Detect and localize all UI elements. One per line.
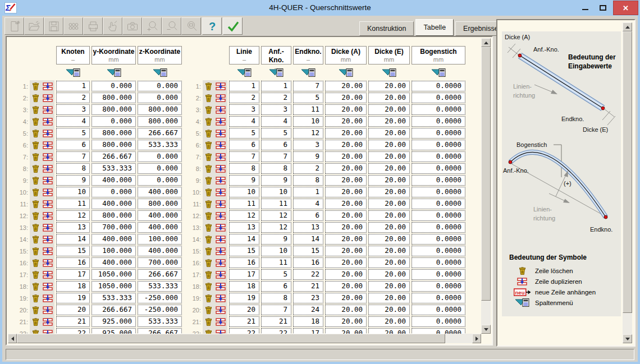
delete-row-button[interactable] bbox=[31, 129, 40, 138]
table-cell[interactable]: 7 bbox=[261, 305, 291, 315]
open-file-button[interactable] bbox=[24, 17, 44, 35]
table-cell[interactable]: 20.00 bbox=[325, 246, 367, 256]
print-button[interactable] bbox=[83, 17, 103, 35]
table-cell[interactable]: 0.000 bbox=[138, 175, 182, 186]
duplicate-row-button[interactable] bbox=[216, 318, 226, 326]
delete-row-button[interactable] bbox=[204, 129, 213, 138]
table-cell[interactable]: 9 bbox=[261, 175, 291, 186]
table-cell[interactable]: 12 bbox=[229, 210, 259, 221]
table-cell[interactable]: 14 bbox=[293, 234, 323, 245]
duplicate-row-button[interactable] bbox=[216, 141, 226, 149]
delete-row-button[interactable] bbox=[31, 200, 40, 209]
table-cell[interactable]: 2 bbox=[56, 93, 90, 103]
duplicate-row-button[interactable] bbox=[216, 294, 226, 302]
delete-row-button[interactable] bbox=[31, 235, 40, 244]
table-cell[interactable]: 11 bbox=[293, 104, 323, 115]
sidebar-scrollbar[interactable] bbox=[623, 22, 632, 343]
table-cell[interactable]: 266.667 bbox=[138, 269, 182, 280]
duplicate-row-button[interactable] bbox=[216, 165, 226, 173]
delete-row-button[interactable] bbox=[204, 259, 213, 268]
table-cell[interactable]: 0.0000 bbox=[412, 104, 465, 115]
hand-pen-button[interactable] bbox=[103, 17, 122, 35]
table-cell[interactable]: 20.00 bbox=[368, 316, 410, 327]
duplicate-row-button[interactable] bbox=[216, 94, 226, 102]
table-cell[interactable]: 20.00 bbox=[368, 104, 410, 115]
table-cell[interactable]: -250.000 bbox=[138, 293, 182, 303]
table-cell[interactable]: 400.000 bbox=[138, 246, 182, 256]
table-cell[interactable]: 0.0000 bbox=[412, 246, 465, 256]
table-cell[interactable]: 15 bbox=[229, 246, 259, 256]
table-cell[interactable]: 533.333 bbox=[92, 293, 136, 303]
table-cell[interactable]: 11 bbox=[261, 199, 291, 209]
table-cell[interactable]: 0.000 bbox=[138, 93, 182, 103]
duplicate-row-button[interactable] bbox=[216, 236, 226, 243]
table-cell[interactable]: 20 bbox=[229, 305, 259, 315]
duplicate-row-button[interactable] bbox=[216, 82, 226, 90]
table-cell[interactable]: 20.00 bbox=[325, 187, 367, 197]
duplicate-row-button[interactable] bbox=[216, 247, 226, 255]
table-cell[interactable]: 20.00 bbox=[368, 81, 410, 91]
delete-row-button[interactable] bbox=[204, 306, 213, 315]
table-cell[interactable]: 15 bbox=[56, 246, 90, 256]
delete-row-button[interactable] bbox=[31, 223, 40, 232]
delete-row-button[interactable] bbox=[204, 164, 213, 173]
table-cell[interactable]: 800.000 bbox=[92, 93, 136, 103]
main-horizontal-scrollbar[interactable] bbox=[8, 334, 481, 343]
table-cell[interactable]: 20.00 bbox=[325, 199, 367, 209]
table-cell[interactable]: 12 bbox=[261, 222, 291, 233]
table-cell[interactable]: 11 bbox=[229, 199, 259, 209]
delete-row-button[interactable] bbox=[204, 223, 213, 232]
column-menu-button[interactable] bbox=[325, 67, 367, 77]
table-cell[interactable]: 20 bbox=[56, 305, 90, 315]
table-cell[interactable]: 4 bbox=[229, 116, 259, 127]
table-cell[interactable]: 533.333 bbox=[138, 281, 182, 292]
table-cell[interactable]: 13 bbox=[229, 222, 259, 233]
tab-tabelle[interactable]: Tabelle bbox=[415, 19, 454, 36]
table-cell[interactable]: 20.00 bbox=[368, 199, 410, 209]
table-cell[interactable]: 21 bbox=[56, 316, 90, 327]
table-cell[interactable]: 24 bbox=[293, 305, 323, 315]
table-cell[interactable]: 17 bbox=[293, 328, 323, 334]
duplicate-row-button[interactable] bbox=[43, 283, 53, 291]
table-cell[interactable]: 8 bbox=[56, 163, 90, 174]
delete-row-button[interactable] bbox=[31, 282, 40, 291]
duplicate-row-button[interactable] bbox=[216, 212, 226, 220]
delete-row-button[interactable] bbox=[31, 94, 40, 103]
table-cell[interactable]: 800.000 bbox=[138, 104, 182, 115]
table-cell[interactable]: 0.0000 bbox=[412, 151, 465, 162]
duplicate-row-button[interactable] bbox=[216, 188, 226, 196]
table-cell[interactable]: 100.000 bbox=[138, 234, 182, 245]
table-cell[interactable]: 21 bbox=[261, 316, 291, 327]
delete-row-button[interactable] bbox=[204, 153, 213, 162]
delete-row-button[interactable] bbox=[31, 105, 40, 114]
scroll-left-button[interactable] bbox=[8, 334, 17, 343]
column-menu-button[interactable] bbox=[56, 67, 90, 77]
table-cell[interactable]: 13 bbox=[293, 222, 323, 233]
table-cell[interactable]: 700.000 bbox=[92, 222, 136, 233]
table-cell[interactable]: 400.000 bbox=[138, 210, 182, 221]
table-cell[interactable]: 1050.000 bbox=[92, 281, 136, 292]
table-cell[interactable]: 20.00 bbox=[325, 93, 367, 103]
table-cell[interactable]: 0.000 bbox=[92, 187, 136, 197]
table-cell[interactable]: 6 bbox=[293, 210, 323, 221]
table-cell[interactable]: 21 bbox=[293, 281, 323, 292]
table-cell[interactable]: 14 bbox=[56, 234, 90, 245]
delete-row-button[interactable] bbox=[204, 329, 213, 334]
table-cell[interactable]: 800.000 bbox=[92, 104, 136, 115]
table-cell[interactable]: 14 bbox=[229, 234, 259, 245]
duplicate-row-button[interactable] bbox=[43, 294, 53, 302]
table-cell[interactable]: 0.0000 bbox=[412, 175, 465, 186]
delete-row-button[interactable] bbox=[204, 188, 213, 197]
table-cell[interactable]: 0.0000 bbox=[412, 199, 465, 209]
table-cell[interactable]: 10 bbox=[56, 187, 90, 197]
table-cell[interactable]: 18 bbox=[229, 281, 259, 292]
table-cell[interactable]: 5 bbox=[293, 93, 323, 103]
table-cell[interactable]: 8 bbox=[293, 175, 323, 186]
table-cell[interactable]: 700.000 bbox=[138, 257, 182, 268]
column-menu-button[interactable] bbox=[368, 67, 410, 77]
camera-button[interactable] bbox=[122, 17, 142, 35]
table-cell[interactable]: 18 bbox=[56, 281, 90, 292]
table-cell[interactable]: 17 bbox=[229, 269, 259, 280]
table-cell[interactable]: 3 bbox=[229, 104, 259, 115]
table-cell[interactable]: 20.00 bbox=[368, 305, 410, 315]
